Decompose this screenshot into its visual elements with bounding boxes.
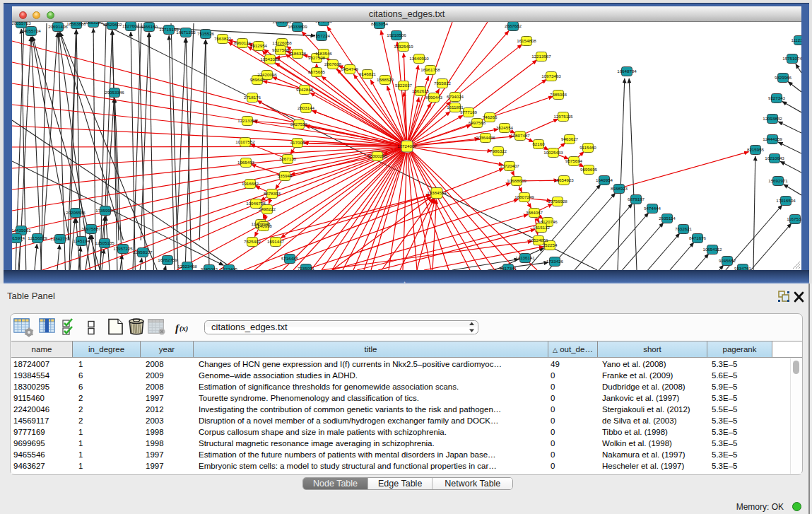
svg-text:18300295: 18300295 [367,153,387,158]
svg-text:746266: 746266 [483,115,498,119]
svg-text:17016504: 17016504 [776,198,796,203]
svg-text:10807487: 10807487 [510,133,530,138]
svg-text:8186328: 8186328 [289,51,307,56]
svg-text:14435061: 14435061 [12,228,31,233]
svg-text:15751074: 15751074 [782,56,801,61]
svg-text:13640910: 13640910 [409,56,429,61]
svg-text:12093832: 12093832 [763,116,782,121]
svg-text:9115460: 9115460 [579,145,596,150]
svg-text:8215955: 8215955 [747,147,765,152]
svg-text:1611891: 1611891 [447,105,464,110]
svg-text:3915974: 3915974 [12,235,25,240]
svg-text:6879197: 6879197 [628,197,645,201]
svg-text:6794024: 6794024 [447,94,464,99]
svg-text:15692971: 15692971 [768,178,788,183]
svg-text:8471676: 8471676 [689,235,707,240]
svg-text:8675685: 8675685 [308,69,326,74]
svg-text:9346785: 9346785 [315,22,333,23]
svg-text:12923468: 12923468 [177,264,197,269]
svg-text:7625402: 7625402 [244,239,261,244]
svg-text:16961758: 16961758 [420,67,440,72]
svg-text:3684067: 3684067 [526,210,543,215]
svg-text:18807249: 18807249 [514,194,534,199]
svg-text:2718176: 2718176 [244,95,261,100]
svg-text:989643: 989643 [250,77,265,82]
svg-text:12342737: 12342737 [50,236,70,241]
svg-text:12444159: 12444159 [763,136,782,141]
svg-text:5498222: 5498222 [259,206,276,211]
svg-text:1733426: 1733426 [546,259,564,264]
svg-text:12505135: 12505135 [95,240,114,245]
svg-text:9227343: 9227343 [768,95,786,100]
svg-text:6497568: 6497568 [469,120,486,125]
svg-text:(x): (x) [180,325,188,333]
svg-text:9245083: 9245083 [201,267,218,270]
svg-text:8912954: 8912954 [250,43,268,48]
svg-text:9146821: 9146821 [359,71,377,76]
svg-text:10653287: 10653287 [83,22,103,25]
svg-text:5322037: 5322037 [395,83,413,88]
svg-text:10543382: 10543382 [260,57,280,62]
svg-text:8938923: 8938923 [611,186,628,191]
svg-text:16210643: 16210643 [765,156,784,160]
svg-text:9242848: 9242848 [296,87,314,92]
svg-text:14055724: 14055724 [21,28,41,33]
svg-text:19384554: 19384554 [427,190,447,195]
svg-text:12156829: 12156829 [28,235,47,240]
svg-text:16120746: 16120746 [538,219,558,224]
svg-text:3267130: 3267130 [279,156,297,161]
svg-text:6466160: 6466160 [141,24,158,29]
svg-text:9463627: 9463627 [561,136,579,141]
svg-text:7357224: 7357224 [313,33,331,38]
svg-text:2935114: 2935114 [659,216,676,221]
svg-text:9334761: 9334761 [734,266,752,270]
svg-text:8678393: 8678393 [264,191,281,196]
svg-text:9474444: 9474444 [644,206,661,211]
svg-text:8123405: 8123405 [220,267,238,270]
svg-text:12325419: 12325419 [394,44,413,49]
svg-text:1562615: 1562615 [412,88,430,93]
svg-text:1640954: 1640954 [596,177,613,182]
svg-text:14136141: 14136141 [515,255,535,260]
svg-text:8960124: 8960124 [234,40,252,45]
svg-text:1167533: 1167533 [787,216,801,221]
svg-text:1140998: 1140998 [255,223,272,228]
svg-text:19756928: 19756928 [548,199,567,204]
svg-text:20206536: 20206536 [66,210,86,215]
svg-text:1916682: 1916682 [242,181,259,186]
svg-text:16671355: 16671355 [176,30,196,35]
svg-text:8317341: 8317341 [500,266,517,270]
svg-text:8813054: 8813054 [371,22,389,26]
svg-text:7632621: 7632621 [675,226,693,231]
svg-text:1527602: 1527602 [122,23,140,28]
svg-text:2803144: 2803144 [298,105,315,110]
svg-text:7955812: 7955812 [434,81,452,86]
svg-text:7663822: 7663822 [214,36,232,41]
svg-text:16782759: 16782759 [158,257,177,262]
svg-text:19654923: 19654923 [554,177,574,182]
svg-text:22420046: 22420046 [257,72,277,77]
svg-text:7485003: 7485003 [550,92,567,97]
svg-text:16524851: 16524851 [529,238,548,243]
svg-text:20364436: 20364436 [476,135,495,140]
svg-text:10654112: 10654112 [702,247,722,252]
svg-text:1112345: 1112345 [791,37,801,42]
svg-text:10107552: 10107552 [235,139,255,144]
svg-text:1588520: 1588520 [377,77,394,82]
svg-text:12213369: 12213369 [237,118,257,123]
svg-text:10025433: 10025433 [543,150,563,155]
svg-text:15720407: 15720407 [500,163,519,168]
svg-text:1145194: 1145194 [73,238,90,243]
svg-text:7515526: 7515526 [197,31,215,36]
svg-text:2867608: 2867608 [324,62,342,66]
svg-text:7235091: 7235091 [298,266,315,270]
svg-text:8454749: 8454749 [341,66,359,71]
svg-text:12975115: 12975115 [553,114,573,119]
svg-text:3624554: 3624554 [496,125,514,130]
svg-text:30975887: 30975887 [81,226,101,231]
svg-text:20055723: 20055723 [12,22,31,25]
svg-text:8427552: 8427552 [290,122,308,127]
svg-text:17359934: 17359934 [95,208,115,213]
svg-text:10688609: 10688609 [507,178,526,183]
svg-text:252254: 252254 [543,243,558,247]
